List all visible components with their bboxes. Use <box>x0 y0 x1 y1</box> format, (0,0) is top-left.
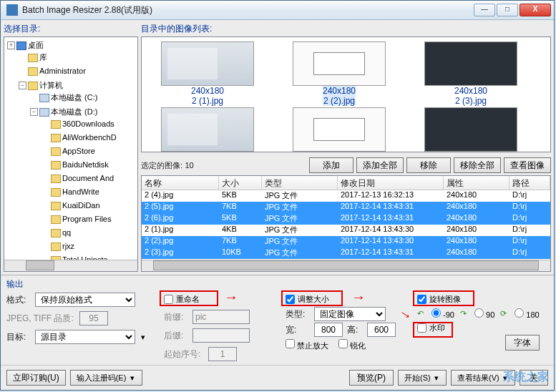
folder-icon <box>51 120 61 129</box>
tree-item-label[interactable]: Document And <box>62 172 114 185</box>
watermark-checkbox[interactable] <box>417 323 426 333</box>
suffix-input <box>192 328 250 343</box>
rotate-neg90-radio[interactable] <box>431 308 441 318</box>
tree-item-label[interactable]: 计算机 <box>39 79 63 92</box>
resize-type-select[interactable]: 固定图像 <box>314 307 386 321</box>
tree-item-label[interactable]: 库 <box>39 52 47 64</box>
suffix-label: 后缀: <box>164 330 188 342</box>
tree-item-label[interactable]: 桌面 <box>28 39 44 52</box>
col-type[interactable]: 类型 <box>262 176 338 190</box>
tree-item-label[interactable]: KuaiDiDan <box>62 200 100 212</box>
thumbnail-area[interactable]: 240x1802 (1).jpg240x1802 (2).jpg240x1802… <box>141 36 551 152</box>
tree-expand-icon <box>42 161 49 169</box>
tree-item-label[interactable]: 本地磁盘 (D:) <box>51 106 97 118</box>
rotate-180-radio[interactable] <box>514 308 524 318</box>
tree-expand-icon[interactable]: + <box>7 41 15 49</box>
rotate-90-radio[interactable] <box>474 308 484 318</box>
format-select[interactable]: 保持原始格式 <box>35 293 135 307</box>
selected-count-label: 选定的图像: 10 <box>141 160 194 171</box>
output-label: 输出 <box>6 278 548 290</box>
table-row[interactable]: 2 (6).jpg5KBJPG 文件2017-12-14 13:43:31240… <box>142 213 550 225</box>
thumbnail-image <box>424 41 517 86</box>
thumbnail-caption: 240x1802 (2).jpg <box>323 86 356 106</box>
tree-item-label[interactable]: qq <box>62 227 71 239</box>
drive-icon <box>39 94 49 102</box>
table-row[interactable]: 2 (4).jpg5KBJPG 文件2017-12-13 16:32:13240… <box>142 190 550 202</box>
folder-icon <box>51 175 61 183</box>
width-label: 宽: <box>286 324 310 336</box>
thumbnail-caption: 240x1802 (4).jpg <box>191 152 224 152</box>
rotate-cw-icon: ↷ <box>460 309 469 318</box>
tree-item-label[interactable]: AppStore <box>62 145 95 157</box>
order-button[interactable]: 立即订购(U) <box>6 370 66 386</box>
preview-button[interactable]: 预览(P) <box>349 370 394 386</box>
thumbnail-item[interactable]: 240x1802 (3).jpg <box>408 41 534 106</box>
tree-expand-icon[interactable]: − <box>19 82 26 89</box>
chevron-down-icon: ▾ <box>433 373 440 383</box>
start-button[interactable]: 开始(S) ▾ <box>398 370 447 386</box>
table-hscrollbar[interactable] <box>142 260 550 271</box>
height-label: 高: <box>347 324 363 336</box>
file-table[interactable]: 名称 大小 类型 修改日期 属性 路径 2 (4).jpg5KBJPG 文件20… <box>141 175 551 272</box>
table-row[interactable]: 2 (1).jpg4KBJPG 文件2017-12-14 13:43:30240… <box>142 225 550 236</box>
thumbnail-item[interactable]: 240x1802 (1).jpg <box>145 41 270 106</box>
tree-item-label[interactable]: rjxz <box>62 240 74 253</box>
table-row[interactable]: 2 (2).jpg7KBJPG 文件2017-12-14 13:43:30240… <box>142 236 550 248</box>
sharpen-checkbox[interactable] <box>338 339 348 348</box>
quality-input <box>79 311 108 325</box>
tree-item-label[interactable]: 本地磁盘 (C:) <box>51 92 97 104</box>
thumbnail-image <box>293 107 386 152</box>
thumbnail-item[interactable]: 240x1802 (5).jpg <box>276 107 402 152</box>
remove-button[interactable]: 移除 <box>406 157 451 173</box>
thumbnail-item[interactable]: 240x1802 (4).jpg <box>145 107 270 152</box>
target-select[interactable]: 源目录 <box>35 330 135 344</box>
close-button[interactable]: X <box>520 4 551 16</box>
thumbnail-item[interactable]: 240x1802 (6).jpg <box>408 107 534 152</box>
thumb-list-label: 目录中的图像列表: <box>141 23 551 35</box>
width-input[interactable] <box>314 323 343 337</box>
col-path[interactable]: 路径 <box>509 176 550 190</box>
height-input[interactable] <box>367 323 396 337</box>
add-all-button[interactable]: 添加全部 <box>356 157 404 173</box>
font-button[interactable]: 字体 <box>505 335 540 351</box>
tree-item-label[interactable]: AliWorkbenchD <box>62 132 117 144</box>
tree-item-label[interactable]: 360Downloads <box>62 118 114 130</box>
directory-tree[interactable]: +桌面库Administrator−计算机本地磁盘 (C:)−本地磁盘 (D:)… <box>4 36 138 272</box>
minimize-button[interactable]: — <box>474 4 495 16</box>
annotation-arrow-3: → <box>395 303 416 325</box>
folder-icon <box>51 147 61 156</box>
tree-item-label[interactable]: HandWrite <box>62 186 99 198</box>
window-title: Batch Image Resizer 2.88(试用版) <box>22 4 474 16</box>
tree-hscrollbar[interactable] <box>4 260 137 271</box>
remove-all-button[interactable]: 移除全部 <box>454 157 501 173</box>
close-app-button[interactable]: 关 <box>520 370 548 386</box>
tree-expand-icon[interactable]: − <box>30 108 38 116</box>
no-enlarge-checkbox[interactable] <box>286 339 295 348</box>
titlebar[interactable]: Batch Image Resizer 2.88(试用版) — □ X <box>1 1 554 20</box>
rotate-checkbox[interactable] <box>417 295 426 304</box>
rename-checkbox[interactable] <box>164 295 173 304</box>
col-attr[interactable]: 属性 <box>444 176 509 190</box>
view-result-button[interactable]: 查看结果(V) ▾ <box>451 370 515 386</box>
type-label: 类型: <box>286 308 310 320</box>
view-image-button[interactable]: 查看图像 <box>504 157 551 173</box>
col-name[interactable]: 名称 <box>142 176 219 190</box>
col-date[interactable]: 修改日期 <box>338 176 444 190</box>
folder-icon <box>28 82 38 90</box>
table-row[interactable]: 2 (5).jpg7KBJPG 文件2017-12-14 13:43:31240… <box>142 202 550 213</box>
tree-item-label[interactable]: Program Files <box>62 213 111 225</box>
col-size[interactable]: 大小 <box>219 176 262 190</box>
add-button[interactable]: 添加 <box>309 157 353 173</box>
table-row[interactable]: 2 (3).jpg10KBJPG 文件2017-12-14 13:43:3124… <box>142 248 550 259</box>
prefix-label: 前缀: <box>164 311 188 323</box>
browse-icon[interactable]: ▾ <box>140 333 147 342</box>
tree-expand-icon <box>42 229 49 237</box>
chevron-down-icon: ▾ <box>502 373 509 383</box>
maximize-button[interactable]: □ <box>497 4 518 16</box>
tree-item-label[interactable]: Administrator <box>39 65 86 77</box>
enter-code-button[interactable]: 输入注册码(E) ▾ <box>70 370 142 386</box>
thumbnail-item[interactable]: 240x1802 (2).jpg <box>276 41 402 106</box>
tree-expand-icon <box>42 242 49 250</box>
resize-checkbox[interactable] <box>286 295 295 304</box>
tree-item-label[interactable]: BaiduNetdisk <box>62 159 109 171</box>
